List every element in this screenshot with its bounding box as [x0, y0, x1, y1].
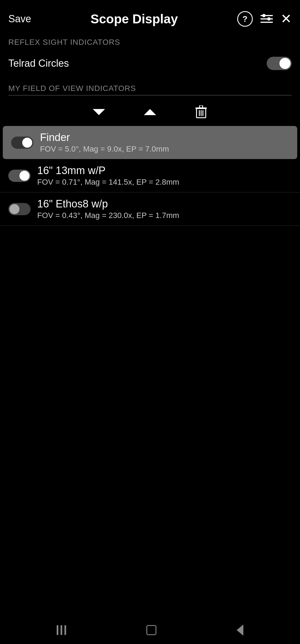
reflex-section-label: REFLEX SIGHT INDICATORS — [0, 32, 300, 51]
toggle-thumb — [279, 58, 291, 69]
nav-line-1 — [57, 625, 58, 635]
recent-apps-icon — [57, 625, 66, 635]
finder-toggle-container — [11, 137, 33, 149]
list-item[interactable]: 16" Ethos8 w/p FOV = 0.43°, Mag = 230.0x… — [0, 192, 300, 226]
toggle-thumb — [22, 138, 32, 148]
home-icon — [146, 625, 156, 635]
nav-line-3 — [64, 625, 66, 635]
help-icon[interactable]: ? — [237, 11, 253, 27]
item3-details: FOV = 0.43°, Mag = 230.0x, EP = 1.7mm — [37, 211, 292, 220]
back-button[interactable] — [231, 622, 249, 638]
header-actions: ? ✕ — [237, 11, 292, 27]
recent-apps-button[interactable] — [51, 622, 72, 638]
chevron-down-icon — [93, 109, 105, 115]
fov-section-label: MY FIELD OF VIEW INDICATORS — [0, 76, 300, 95]
fov-divider — [8, 95, 292, 95]
svg-point-4 — [267, 17, 271, 21]
action-row — [0, 98, 300, 126]
list-item[interactable]: 16" 13mm w/P FOV = 0.71°, Mag = 141.5x, … — [0, 159, 300, 192]
telrad-circles-label: Telrad Circles — [8, 58, 69, 69]
item3-toggle-container — [8, 203, 31, 215]
item3-toggle[interactable] — [8, 203, 31, 215]
finder-content: Finder FOV = 5.0°, Mag = 9.0x, EP = 7.0m… — [40, 132, 289, 153]
bottom-nav — [0, 616, 300, 644]
svg-point-3 — [262, 14, 266, 17]
close-icon[interactable]: ✕ — [281, 12, 292, 26]
item2-details: FOV = 0.71°, Mag = 141.5x, EP = 2.8mm — [37, 178, 292, 187]
header: Save Scope Display ? ✕ — [0, 0, 300, 32]
telrad-circles-row: Telrad Circles — [0, 51, 300, 76]
finder-name: Finder — [40, 132, 289, 143]
item2-toggle[interactable] — [8, 170, 31, 182]
home-button[interactable] — [141, 622, 162, 638]
page-title: Scope Display — [91, 11, 178, 26]
chevron-up-icon — [144, 109, 156, 115]
delete-button[interactable] — [192, 103, 210, 122]
toggle-thumb — [19, 171, 29, 181]
finder-toggle[interactable] — [11, 137, 33, 149]
item2-toggle-container — [8, 170, 31, 182]
svg-rect-7 — [199, 105, 202, 108]
item3-name: 16" Ethos8 w/p — [37, 198, 292, 210]
trash-icon — [195, 105, 207, 119]
nav-line-2 — [61, 625, 62, 635]
toggle-thumb — [9, 204, 19, 214]
back-icon — [237, 625, 243, 636]
finder-details: FOV = 5.0°, Mag = 9.0x, EP = 7.0mm — [40, 145, 289, 153]
filter-icon[interactable] — [261, 14, 273, 24]
list-item[interactable]: Finder FOV = 5.0°, Mag = 9.0x, EP = 7.0m… — [3, 126, 297, 159]
move-down-button[interactable] — [90, 106, 108, 118]
item2-name: 16" 13mm w/P — [37, 165, 292, 177]
move-up-button[interactable] — [141, 106, 159, 118]
item2-content: 16" 13mm w/P FOV = 0.71°, Mag = 141.5x, … — [37, 165, 292, 187]
save-button[interactable]: Save — [8, 13, 31, 25]
telrad-circles-toggle[interactable] — [267, 57, 292, 70]
item3-content: 16" Ethos8 w/p FOV = 0.43°, Mag = 230.0x… — [37, 198, 292, 220]
